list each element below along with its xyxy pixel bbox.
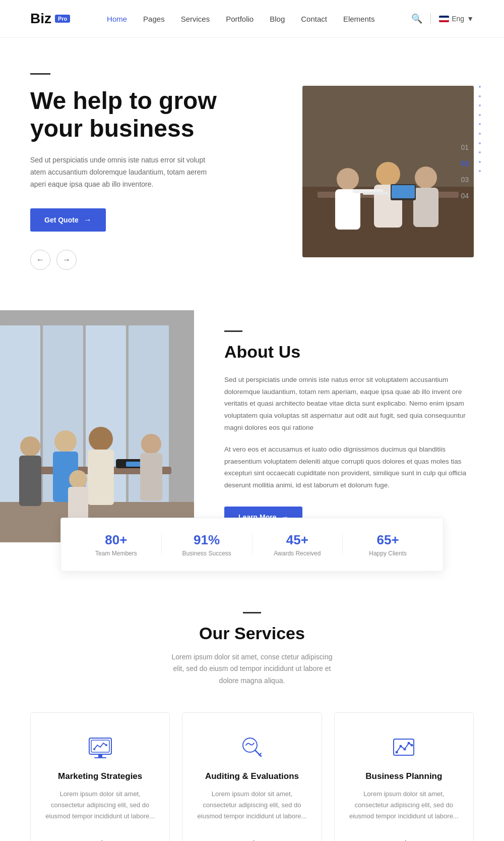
svg-point-4 bbox=[337, 168, 359, 190]
svg-line-42 bbox=[259, 753, 261, 755]
slide-num-4[interactable]: 04 bbox=[461, 192, 469, 200]
service-desc-auditing: Lorem ipsum dolor sit amet, consectetur … bbox=[197, 789, 307, 822]
nav-right: 🔍 Eng ▼ bbox=[411, 13, 474, 24]
stat-clients-label: Happy Clients bbox=[343, 550, 433, 557]
svg-rect-27 bbox=[88, 450, 114, 505]
nav-blog[interactable]: Blog bbox=[270, 15, 285, 23]
slide-numbers: 01 02 03 04 bbox=[461, 143, 469, 200]
service-card-marketing: Marketing Strategies Lorem ipsum dolor s… bbox=[30, 712, 170, 841]
logo[interactable]: Biz Pro bbox=[30, 11, 70, 27]
svg-rect-38 bbox=[98, 754, 102, 757]
svg-line-41 bbox=[255, 750, 261, 756]
slide-num-2[interactable]: 02 bbox=[461, 159, 469, 167]
svg-point-48 bbox=[411, 744, 413, 747]
service-title-auditing: Auditing & Evaluations bbox=[197, 771, 307, 781]
hero-image-svg bbox=[302, 86, 474, 257]
about-content: About Us Sed ut perspiciatis unde omnis … bbox=[194, 310, 504, 548]
stat-success: 91% Business Success bbox=[162, 532, 252, 557]
nav-home[interactable]: Home bbox=[107, 15, 127, 23]
stat-clients-number: 65+ bbox=[343, 532, 433, 548]
svg-rect-33 bbox=[68, 487, 88, 522]
service-arrow-auditing[interactable]: → bbox=[247, 836, 257, 841]
lang-label: Eng bbox=[452, 15, 464, 23]
slide-num-1[interactable]: 01 bbox=[461, 143, 469, 151]
stat-awards: 45+ Awards Received bbox=[253, 532, 343, 557]
svg-point-37 bbox=[105, 744, 107, 746]
planning-icon-svg bbox=[391, 734, 417, 760]
hero-description: Sed ut perspiciatis unde omnis iste natu… bbox=[30, 154, 222, 190]
nav-contact[interactable]: Contact bbox=[301, 15, 327, 23]
about-section: About Us Sed ut perspiciatis unde omnis … bbox=[0, 310, 504, 548]
get-quote-button[interactable]: Get Quote → bbox=[30, 208, 106, 232]
next-slide-button[interactable]: → bbox=[56, 250, 77, 270]
svg-point-24 bbox=[54, 430, 77, 453]
hero-title: We help to grow your business bbox=[30, 87, 222, 142]
svg-point-8 bbox=[415, 166, 437, 189]
service-title-marketing: Marketing Strategies bbox=[45, 771, 155, 781]
service-icon-marketing bbox=[86, 733, 114, 761]
hero-image-area: // Generate dots for(let i=0;i<70;i++) d… bbox=[222, 86, 474, 257]
prev-slide-button[interactable]: ← bbox=[30, 250, 50, 270]
svg-rect-13 bbox=[392, 185, 415, 198]
service-icon-planning bbox=[390, 733, 418, 761]
services-header: Our Services Lorem ipsum dolor sit amet,… bbox=[30, 612, 474, 687]
stat-team-label: Team Members bbox=[71, 550, 161, 557]
svg-point-44 bbox=[396, 751, 398, 754]
chevron-down-icon: ▼ bbox=[467, 15, 474, 23]
stat-awards-label: Awards Received bbox=[253, 550, 343, 557]
svg-point-46 bbox=[404, 748, 406, 751]
nav-portfolio[interactable]: Portfolio bbox=[226, 15, 254, 23]
auditing-icon-svg bbox=[239, 734, 265, 760]
logo-text: Biz bbox=[30, 11, 51, 27]
stat-success-label: Business Success bbox=[162, 550, 252, 557]
service-arrow-marketing[interactable]: → bbox=[96, 836, 105, 841]
get-quote-label: Get Quote bbox=[44, 216, 79, 224]
services-title: Our Services bbox=[30, 624, 474, 643]
search-icon[interactable]: 🔍 bbox=[411, 13, 422, 24]
hero-image bbox=[302, 86, 474, 257]
stat-team-number: 80+ bbox=[71, 532, 161, 548]
navigation: Biz Pro Home Pages Services Portfolio Bl… bbox=[0, 0, 504, 38]
flag-icon bbox=[439, 16, 449, 22]
about-text-1: Sed ut perspiciatis unde omnis iste natu… bbox=[224, 374, 474, 433]
language-selector[interactable]: Eng ▼ bbox=[439, 15, 474, 23]
about-accent-line bbox=[224, 330, 242, 332]
svg-rect-31 bbox=[140, 453, 162, 501]
arrow-icon: → bbox=[84, 215, 92, 225]
nav-links: Home Pages Services Portfolio Blog Conta… bbox=[107, 15, 374, 23]
about-title: About Us bbox=[224, 342, 474, 362]
svg-rect-9 bbox=[413, 188, 438, 227]
services-section: Our Services Lorem ipsum dolor sit amet,… bbox=[0, 572, 504, 841]
svg-rect-11 bbox=[363, 192, 388, 195]
stat-team: 80+ Team Members bbox=[71, 532, 161, 557]
stat-clients: 65+ Happy Clients bbox=[343, 532, 433, 557]
stat-awards-number: 45+ bbox=[253, 532, 343, 548]
service-card-auditing: Auditing & Evaluations Lorem ipsum dolor… bbox=[182, 712, 322, 841]
svg-point-30 bbox=[141, 434, 161, 454]
hero-section: We help to grow your business Sed ut per… bbox=[0, 38, 504, 295]
service-arrow-planning[interactable]: → bbox=[399, 836, 408, 841]
about-text-2: At vero eos et accusamus et iuato odio d… bbox=[224, 443, 474, 491]
nav-elements[interactable]: Elements bbox=[343, 15, 375, 23]
svg-point-45 bbox=[400, 745, 402, 748]
nav-services[interactable]: Services bbox=[181, 15, 210, 23]
svg-point-47 bbox=[408, 742, 410, 745]
hero-navigation: ← → bbox=[30, 250, 222, 270]
svg-point-26 bbox=[89, 427, 113, 451]
svg-point-36 bbox=[93, 748, 95, 750]
marketing-icon-svg bbox=[87, 734, 113, 760]
svg-point-6 bbox=[376, 162, 400, 186]
svg-rect-23 bbox=[19, 456, 41, 506]
nav-pages[interactable]: Pages bbox=[143, 15, 165, 23]
service-desc-marketing: Lorem ipsum dolor sit amet, consectetur … bbox=[45, 789, 155, 822]
about-image-svg bbox=[0, 310, 194, 542]
about-image bbox=[0, 310, 194, 542]
services-description: Lorem ipsum dolor sit amet, conse ctetur… bbox=[166, 651, 338, 687]
hero-content: We help to grow your business Sed ut per… bbox=[30, 73, 222, 270]
service-title-planning: Business Planning bbox=[349, 771, 459, 781]
hero-accent-line bbox=[30, 73, 50, 75]
svg-rect-5 bbox=[335, 189, 360, 230]
svg-rect-34 bbox=[89, 738, 111, 754]
slide-num-3[interactable]: 03 bbox=[461, 176, 469, 184]
services-accent-line bbox=[243, 612, 261, 613]
